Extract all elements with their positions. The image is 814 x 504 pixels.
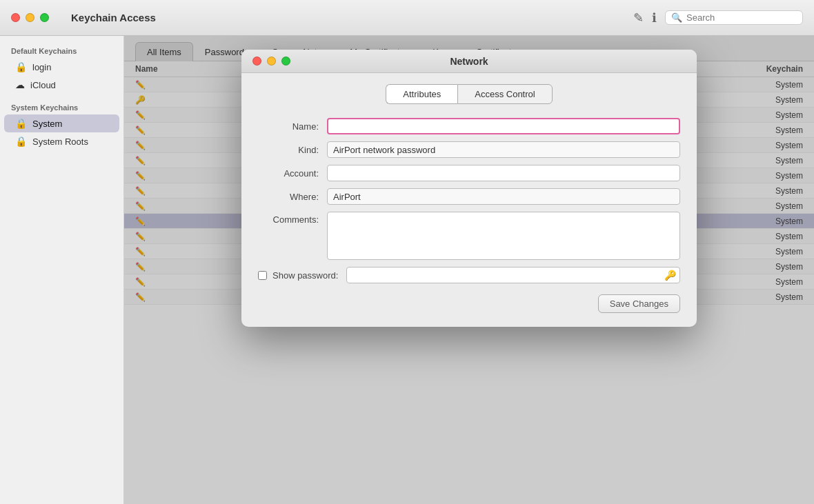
- lock-icon: 🔒: [15, 61, 27, 72]
- show-password-row: Show password: 🔑: [258, 267, 680, 283]
- comments-row: Comments:: [258, 212, 680, 260]
- system-keychains-label: System Keychains: [0, 101, 123, 114]
- password-input-wrap: 🔑: [346, 267, 680, 283]
- network-modal: Network Attributes Access Control Name:: [241, 50, 697, 327]
- search-icon: 🔍: [671, 12, 682, 23]
- titlebar-actions: ✎ ℹ 🔍: [633, 10, 803, 26]
- close-button[interactable]: [11, 13, 20, 22]
- modal-window-controls: [252, 57, 290, 65]
- save-changes-button[interactable]: Save Changes: [598, 294, 680, 313]
- comments-textarea[interactable]: [327, 212, 680, 260]
- tab-access-control[interactable]: Access Control: [457, 84, 552, 104]
- sidebar-item-login[interactable]: 🔒 login: [4, 58, 119, 76]
- kind-input[interactable]: [327, 141, 680, 158]
- account-input[interactable]: [327, 165, 680, 181]
- sidebar-item-system[interactable]: 🔒 System: [4, 114, 119, 132]
- account-row: Account:: [258, 165, 680, 181]
- sidebar-item-label: login: [32, 62, 51, 72]
- cloud-icon: ☁: [15, 79, 25, 90]
- content-area: All Items Passwords Secure Notes My Cert…: [124, 36, 814, 504]
- search-bar[interactable]: 🔍: [665, 10, 803, 25]
- default-keychains-label: Default Keychains: [0, 44, 123, 58]
- show-password-label: Show password:: [272, 270, 338, 281]
- main-layout: Default Keychains 🔒 login ☁ iCloud Syste…: [0, 36, 814, 504]
- minimize-button[interactable]: [26, 13, 34, 22]
- info-icon[interactable]: ℹ: [652, 10, 657, 26]
- account-label: Account:: [258, 168, 327, 179]
- key-icon: 🔑: [664, 270, 676, 281]
- comments-label: Comments:: [258, 212, 327, 225]
- sidebar-item-system-roots[interactable]: 🔒 System Roots: [4, 132, 119, 150]
- sidebar: Default Keychains 🔒 login ☁ iCloud Syste…: [0, 36, 124, 504]
- name-input[interactable]: [327, 118, 680, 134]
- lock-icon: 🔒: [15, 136, 27, 147]
- sidebar-item-icloud[interactable]: ☁ iCloud: [4, 76, 119, 94]
- titlebar: Keychain Access ✎ ℹ 🔍: [0, 0, 814, 36]
- app-title: Keychain Access: [71, 12, 156, 23]
- maximize-button[interactable]: [40, 13, 49, 22]
- modal-close-button[interactable]: [252, 57, 261, 65]
- modal-body: Attributes Access Control Name: Kind: Ac…: [241, 73, 697, 327]
- where-input[interactable]: [327, 188, 680, 205]
- lock-icon: 🔒: [15, 118, 27, 129]
- kind-row: Kind:: [258, 141, 680, 158]
- sidebar-item-label: System Roots: [32, 137, 88, 147]
- name-row: Name:: [258, 118, 680, 134]
- modal-minimize-button[interactable]: [267, 57, 276, 65]
- kind-label: Kind:: [258, 145, 327, 155]
- save-changes-row: Save Changes: [258, 294, 680, 313]
- tab-attributes[interactable]: Attributes: [386, 84, 457, 104]
- where-row: Where:: [258, 188, 680, 205]
- modal-title: Network: [450, 56, 488, 67]
- sidebar-item-label: iCloud: [30, 80, 56, 90]
- name-label: Name:: [258, 121, 327, 132]
- show-password-checkbox[interactable]: [258, 271, 267, 280]
- modal-maximize-button[interactable]: [281, 57, 290, 65]
- password-input[interactable]: [346, 267, 680, 283]
- window-controls: [11, 13, 49, 22]
- modal-titlebar: Network: [241, 50, 697, 73]
- where-label: Where:: [258, 192, 327, 202]
- modal-overlay: Network Attributes Access Control Name:: [124, 36, 814, 504]
- modal-tabs: Attributes Access Control: [258, 84, 680, 104]
- edit-icon[interactable]: ✎: [633, 10, 644, 26]
- sidebar-item-label: System: [32, 119, 62, 129]
- search-input[interactable]: [686, 12, 797, 23]
